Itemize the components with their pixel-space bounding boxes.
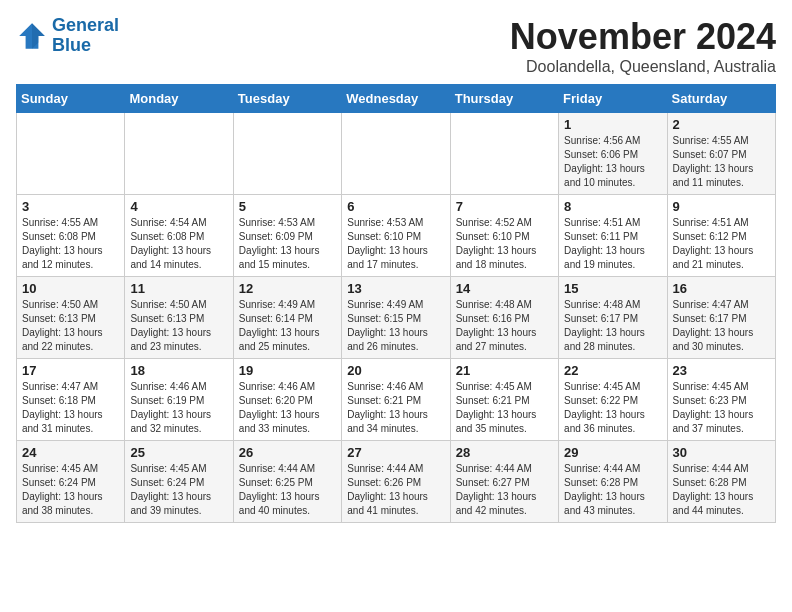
day-info: Sunrise: 4:45 AM Sunset: 6:21 PM Dayligh… <box>456 380 553 436</box>
logo-text: General Blue <box>52 16 119 56</box>
day-cell: 16Sunrise: 4:47 AM Sunset: 6:17 PM Dayli… <box>667 277 775 359</box>
day-cell: 24Sunrise: 4:45 AM Sunset: 6:24 PM Dayli… <box>17 441 125 523</box>
day-number: 4 <box>130 199 227 214</box>
day-number: 18 <box>130 363 227 378</box>
day-info: Sunrise: 4:48 AM Sunset: 6:16 PM Dayligh… <box>456 298 553 354</box>
day-cell: 4Sunrise: 4:54 AM Sunset: 6:08 PM Daylig… <box>125 195 233 277</box>
page-header: General Blue November 2024 Doolandella, … <box>16 16 776 76</box>
day-info: Sunrise: 4:55 AM Sunset: 6:07 PM Dayligh… <box>673 134 770 190</box>
day-cell <box>342 113 450 195</box>
day-number: 1 <box>564 117 661 132</box>
day-info: Sunrise: 4:53 AM Sunset: 6:09 PM Dayligh… <box>239 216 336 272</box>
day-cell <box>450 113 558 195</box>
day-cell: 8Sunrise: 4:51 AM Sunset: 6:11 PM Daylig… <box>559 195 667 277</box>
day-info: Sunrise: 4:50 AM Sunset: 6:13 PM Dayligh… <box>22 298 119 354</box>
day-number: 26 <box>239 445 336 460</box>
day-number: 16 <box>673 281 770 296</box>
day-number: 10 <box>22 281 119 296</box>
weekday-header-friday: Friday <box>559 85 667 113</box>
day-info: Sunrise: 4:45 AM Sunset: 6:24 PM Dayligh… <box>22 462 119 518</box>
day-number: 29 <box>564 445 661 460</box>
day-number: 6 <box>347 199 444 214</box>
title-block: November 2024 Doolandella, Queensland, A… <box>510 16 776 76</box>
day-number: 15 <box>564 281 661 296</box>
day-cell: 20Sunrise: 4:46 AM Sunset: 6:21 PM Dayli… <box>342 359 450 441</box>
day-cell: 2Sunrise: 4:55 AM Sunset: 6:07 PM Daylig… <box>667 113 775 195</box>
day-cell: 9Sunrise: 4:51 AM Sunset: 6:12 PM Daylig… <box>667 195 775 277</box>
day-cell: 23Sunrise: 4:45 AM Sunset: 6:23 PM Dayli… <box>667 359 775 441</box>
logo: General Blue <box>16 16 119 56</box>
location-title: Doolandella, Queensland, Australia <box>510 58 776 76</box>
day-number: 21 <box>456 363 553 378</box>
weekday-header-saturday: Saturday <box>667 85 775 113</box>
day-info: Sunrise: 4:48 AM Sunset: 6:17 PM Dayligh… <box>564 298 661 354</box>
day-info: Sunrise: 4:44 AM Sunset: 6:26 PM Dayligh… <box>347 462 444 518</box>
day-number: 22 <box>564 363 661 378</box>
week-row-2: 3Sunrise: 4:55 AM Sunset: 6:08 PM Daylig… <box>17 195 776 277</box>
weekday-header-thursday: Thursday <box>450 85 558 113</box>
day-number: 19 <box>239 363 336 378</box>
weekday-header-tuesday: Tuesday <box>233 85 341 113</box>
day-cell: 21Sunrise: 4:45 AM Sunset: 6:21 PM Dayli… <box>450 359 558 441</box>
day-info: Sunrise: 4:45 AM Sunset: 6:22 PM Dayligh… <box>564 380 661 436</box>
day-cell: 7Sunrise: 4:52 AM Sunset: 6:10 PM Daylig… <box>450 195 558 277</box>
day-cell <box>17 113 125 195</box>
day-cell: 26Sunrise: 4:44 AM Sunset: 6:25 PM Dayli… <box>233 441 341 523</box>
day-cell <box>125 113 233 195</box>
day-info: Sunrise: 4:56 AM Sunset: 6:06 PM Dayligh… <box>564 134 661 190</box>
day-cell: 3Sunrise: 4:55 AM Sunset: 6:08 PM Daylig… <box>17 195 125 277</box>
day-number: 2 <box>673 117 770 132</box>
week-row-4: 17Sunrise: 4:47 AM Sunset: 6:18 PM Dayli… <box>17 359 776 441</box>
day-info: Sunrise: 4:44 AM Sunset: 6:25 PM Dayligh… <box>239 462 336 518</box>
day-info: Sunrise: 4:50 AM Sunset: 6:13 PM Dayligh… <box>130 298 227 354</box>
day-number: 7 <box>456 199 553 214</box>
week-row-5: 24Sunrise: 4:45 AM Sunset: 6:24 PM Dayli… <box>17 441 776 523</box>
day-info: Sunrise: 4:49 AM Sunset: 6:15 PM Dayligh… <box>347 298 444 354</box>
day-number: 12 <box>239 281 336 296</box>
day-info: Sunrise: 4:49 AM Sunset: 6:14 PM Dayligh… <box>239 298 336 354</box>
day-number: 5 <box>239 199 336 214</box>
day-number: 3 <box>22 199 119 214</box>
weekday-header-wednesday: Wednesday <box>342 85 450 113</box>
day-info: Sunrise: 4:46 AM Sunset: 6:19 PM Dayligh… <box>130 380 227 436</box>
day-number: 30 <box>673 445 770 460</box>
day-info: Sunrise: 4:46 AM Sunset: 6:20 PM Dayligh… <box>239 380 336 436</box>
day-number: 11 <box>130 281 227 296</box>
day-number: 13 <box>347 281 444 296</box>
day-cell <box>233 113 341 195</box>
day-cell: 29Sunrise: 4:44 AM Sunset: 6:28 PM Dayli… <box>559 441 667 523</box>
day-info: Sunrise: 4:51 AM Sunset: 6:11 PM Dayligh… <box>564 216 661 272</box>
day-cell: 22Sunrise: 4:45 AM Sunset: 6:22 PM Dayli… <box>559 359 667 441</box>
day-cell: 13Sunrise: 4:49 AM Sunset: 6:15 PM Dayli… <box>342 277 450 359</box>
day-number: 23 <box>673 363 770 378</box>
day-info: Sunrise: 4:52 AM Sunset: 6:10 PM Dayligh… <box>456 216 553 272</box>
calendar-table: SundayMondayTuesdayWednesdayThursdayFrid… <box>16 84 776 523</box>
day-number: 24 <box>22 445 119 460</box>
day-info: Sunrise: 4:54 AM Sunset: 6:08 PM Dayligh… <box>130 216 227 272</box>
day-cell: 15Sunrise: 4:48 AM Sunset: 6:17 PM Dayli… <box>559 277 667 359</box>
day-info: Sunrise: 4:45 AM Sunset: 6:23 PM Dayligh… <box>673 380 770 436</box>
logo-icon <box>16 20 48 52</box>
day-info: Sunrise: 4:44 AM Sunset: 6:28 PM Dayligh… <box>673 462 770 518</box>
day-cell: 17Sunrise: 4:47 AM Sunset: 6:18 PM Dayli… <box>17 359 125 441</box>
weekday-header-row: SundayMondayTuesdayWednesdayThursdayFrid… <box>17 85 776 113</box>
day-cell: 18Sunrise: 4:46 AM Sunset: 6:19 PM Dayli… <box>125 359 233 441</box>
day-number: 17 <box>22 363 119 378</box>
day-number: 9 <box>673 199 770 214</box>
day-info: Sunrise: 4:55 AM Sunset: 6:08 PM Dayligh… <box>22 216 119 272</box>
weekday-header-monday: Monday <box>125 85 233 113</box>
day-cell: 25Sunrise: 4:45 AM Sunset: 6:24 PM Dayli… <box>125 441 233 523</box>
day-number: 20 <box>347 363 444 378</box>
day-cell: 12Sunrise: 4:49 AM Sunset: 6:14 PM Dayli… <box>233 277 341 359</box>
day-cell: 1Sunrise: 4:56 AM Sunset: 6:06 PM Daylig… <box>559 113 667 195</box>
day-cell: 30Sunrise: 4:44 AM Sunset: 6:28 PM Dayli… <box>667 441 775 523</box>
weekday-header-sunday: Sunday <box>17 85 125 113</box>
day-cell: 11Sunrise: 4:50 AM Sunset: 6:13 PM Dayli… <box>125 277 233 359</box>
day-info: Sunrise: 4:45 AM Sunset: 6:24 PM Dayligh… <box>130 462 227 518</box>
day-info: Sunrise: 4:46 AM Sunset: 6:21 PM Dayligh… <box>347 380 444 436</box>
week-row-1: 1Sunrise: 4:56 AM Sunset: 6:06 PM Daylig… <box>17 113 776 195</box>
day-info: Sunrise: 4:44 AM Sunset: 6:28 PM Dayligh… <box>564 462 661 518</box>
day-cell: 19Sunrise: 4:46 AM Sunset: 6:20 PM Dayli… <box>233 359 341 441</box>
day-cell: 5Sunrise: 4:53 AM Sunset: 6:09 PM Daylig… <box>233 195 341 277</box>
day-info: Sunrise: 4:44 AM Sunset: 6:27 PM Dayligh… <box>456 462 553 518</box>
